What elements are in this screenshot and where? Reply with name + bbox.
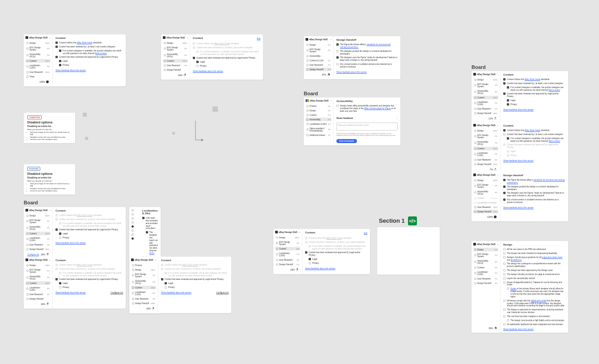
chevron-left-icon[interactable]: ‹ (50, 209, 51, 212)
logo-icon (25, 36, 28, 39)
checkbox[interactable] (196, 65, 199, 67)
callout-committed: COMMITTED Disabled options Disabling an … (24, 113, 75, 143)
chevron-left-icon[interactable]: ‹ (331, 38, 331, 41)
progress-pie-icon (46, 80, 49, 83)
section-title: Accessibility (336, 100, 398, 102)
share-feedback-link[interactable]: Share feedback about this section (55, 69, 123, 72)
chevron-left-icon[interactable]: ‹ (187, 36, 188, 39)
dod-panel: eBay Design DoD‹ Design100% EVO Design S… (273, 229, 370, 274)
app-title: eBay Design DoD (29, 36, 48, 39)
progress-pie-icon (327, 73, 330, 76)
board-label: Board (304, 91, 318, 96)
dod-panel: eBay Design DoD‹ Design100% EVO Design S… (472, 71, 568, 123)
configure-list-link[interactable]: Configure List (216, 292, 229, 294)
dod-panel: eBay Design DoD‹ Design100% EVO Design S… (24, 257, 126, 309)
chevron-left-icon[interactable]: ‹ (299, 231, 300, 233)
chevron-left-icon[interactable]: ‹ (497, 73, 498, 76)
tag-inreview: IN REVIEW (27, 167, 40, 171)
edit-link[interactable]: Edit (257, 38, 260, 40)
checkbox[interactable] (336, 50, 339, 52)
dod-panel-a11y: eBay Design DoD › Product0% Design0% Con… (304, 97, 400, 145)
section-title: Content (193, 37, 203, 39)
dod-panel: eBay Design DoD‹ Product Design100% EVO … (129, 257, 231, 313)
configure-list-link[interactable]: Configure List (110, 292, 123, 294)
callout-title: Disabled options (27, 121, 72, 124)
dod-panel: eBay Design DoD ‹ Design100% EVO Design … (24, 34, 126, 86)
chevron-right-icon[interactable]: › (331, 99, 331, 102)
board-label: Board (472, 64, 486, 70)
share-feedback-header: Share feedback (336, 117, 353, 119)
checkbox[interactable]: ✓ (55, 46, 58, 48)
ebay-logo-icon (306, 99, 309, 102)
share-feedback-link[interactable]: Share feedback about this section (305, 267, 367, 270)
progress-pie-icon (183, 74, 186, 76)
callout-subtitle: Disabling an entire list (27, 125, 72, 127)
checkbox[interactable] (336, 105, 339, 107)
svg-marker-0 (201, 139, 204, 141)
section-title: Content (55, 37, 123, 39)
share-feedback-link[interactable]: Share feedback about this section (336, 71, 398, 73)
callout-title: Disabled options (27, 172, 72, 175)
app-title: eBay Design DoD (310, 99, 329, 102)
submit-feedback-button[interactable]: Submit feedback (336, 139, 357, 143)
callout-subtitle: Disabling an entire list (27, 176, 72, 179)
checkbox[interactable]: ✓ (193, 57, 195, 59)
checkbox[interactable]: ✓ (336, 43, 339, 46)
chevron-left-icon[interactable]: ‹ (50, 36, 51, 39)
checkbox[interactable]: ✓ (59, 64, 61, 66)
dod-panel-design: eBay Design DoD‹ Design0% EVO Design Sys… (472, 241, 568, 333)
logo-icon (163, 36, 166, 39)
chevron-down-icon[interactable]: ⌄ (396, 116, 398, 119)
checkbox[interactable]: ✓ (59, 50, 61, 52)
checkbox[interactable]: ✓ (196, 61, 199, 63)
edit-link[interactable]: Edit (364, 232, 367, 234)
empty-canvas (377, 227, 440, 275)
checkbox[interactable]: ✓ (59, 60, 61, 62)
dod-panel: eBay Design DoD ‹ Design0% EVO Design Sy… (304, 36, 400, 79)
checkbox[interactable]: ✓ (55, 56, 58, 58)
configure-list-link[interactable]: Configure list (27, 254, 39, 256)
section-label: Section 1 (379, 217, 405, 224)
app-title: eBay Design DoD (166, 36, 185, 39)
dod-panel: eBay Design DoD ‹ Design100% EVO Design … (161, 34, 263, 80)
dod-panel: eBay Design DoD‹ Design100% EVO Design S… (472, 172, 568, 221)
checkbox[interactable]: ✓ (336, 56, 339, 59)
dod-panel: eBay Design DoD‹ Design100% EVO Design S… (472, 122, 568, 174)
section-title: Design Handoff (336, 38, 398, 41)
tag-committed: COMMITTED (27, 115, 42, 119)
dod-panel: eBay Design DoD‹ Design100% EVO Design S… (24, 207, 126, 259)
code-icon[interactable]: </> (408, 216, 417, 225)
share-feedback-link[interactable]: Share feedback about this section (55, 292, 86, 294)
checkbox[interactable] (336, 63, 339, 65)
checkbox[interactable]: ✓ (55, 42, 58, 44)
app-title: eBay Design DoD (309, 38, 328, 41)
board-label: Board (24, 200, 38, 205)
chevron-left-icon[interactable]: ‹ (155, 258, 156, 261)
share-feedback-link[interactable]: Share feedback about this section (161, 292, 191, 294)
feedback-input[interactable]: Share your feedback about this section (336, 123, 398, 131)
share-feedback-link[interactable]: Share feedback about this section (193, 70, 260, 72)
share-feedback-link[interactable]: Share feedback about this section (55, 242, 123, 244)
callout-inreview: IN REVIEW Disabled options Disabling an … (24, 164, 75, 195)
logo-icon (306, 38, 308, 41)
chevron-left-icon[interactable]: ‹ (50, 258, 51, 261)
